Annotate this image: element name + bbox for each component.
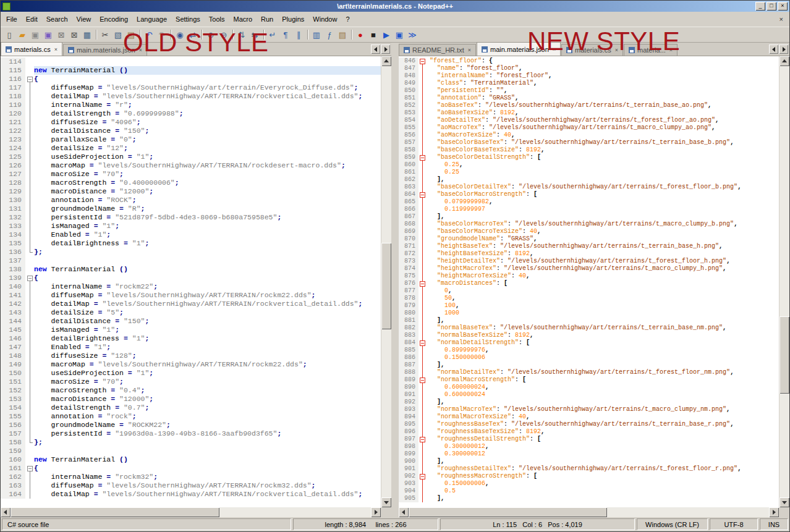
code-line-903[interactable]: 903 0.150000006, (399, 480, 779, 488)
code-line-887[interactable]: 887 ], (399, 361, 779, 369)
scroll-right-icon[interactable] (769, 507, 779, 517)
status-eol-format[interactable]: Windows (CR LF) (637, 518, 708, 530)
code-line-889[interactable]: 889 "normalMacroStrength": [ (399, 376, 779, 384)
scrollbar-thumb[interactable] (11, 507, 219, 517)
code-line-868[interactable]: 868 "baseColorMacroTex": "/levels/southe… (399, 221, 779, 228)
code-line-126[interactable]: 126 macroMap = "levels/SouthernHighway/A… (1, 161, 381, 170)
code-line-890[interactable]: 890 0.600000024, (399, 384, 779, 391)
new-file-icon[interactable]: ▯ (3, 28, 15, 41)
scroll-down-icon[interactable] (779, 497, 789, 507)
menu-macro[interactable]: Macro (229, 13, 257, 25)
code-line-855[interactable]: 855 "aoMacroTex": "/levels/southernhighw… (399, 124, 779, 132)
code-line-124[interactable]: 124 detailSize = "12"; (1, 144, 381, 153)
scroll-right-icon[interactable] (371, 507, 381, 517)
code-line-849[interactable]: 849 "class": "TerrainMaterial", (399, 80, 779, 87)
close-all-icon[interactable]: ⊠ (68, 28, 80, 41)
code-line-874[interactable]: 874 "heightMacroTex": "/levels/southernh… (399, 265, 779, 272)
code-line-846[interactable]: 846 "forest_floor": { (399, 57, 779, 65)
code-line-121[interactable]: 121 diffuseSize = "4096"; (1, 118, 381, 127)
code-line-870[interactable]: 870 "groundmodelName": "GRASS", (399, 235, 779, 243)
folder-as-workspace-icon[interactable]: ▤ (336, 28, 349, 41)
print-icon[interactable]: ▦ (81, 28, 93, 41)
scrollbar-track[interactable] (381, 66, 391, 497)
code-line-858[interactable]: 858 "baseColorBaseTexSize": 8192, (399, 146, 779, 154)
code-line-879[interactable]: 879 100, (399, 302, 779, 310)
menu-file[interactable]: File (2, 13, 22, 25)
tab-close-icon[interactable]: × (468, 47, 471, 53)
code-line-860[interactable]: 860 0.25, (399, 161, 779, 169)
code-line-881[interactable]: 881 ], (399, 317, 779, 324)
code-line-861[interactable]: 861 0.25 (399, 169, 779, 176)
code-line-160[interactable]: 160new TerrainMaterial () (1, 455, 381, 464)
code-line-120[interactable]: 120 detailStrength = "0.699999988"; (1, 109, 381, 118)
menu-tools[interactable]: Tools (205, 13, 229, 25)
scroll-left-icon[interactable] (1, 507, 11, 517)
tab-scroll-right-icon[interactable] (779, 44, 788, 54)
code-line-886[interactable]: 886 0.150000006 (399, 354, 779, 361)
code-line-876[interactable]: 876 "macroDistances": [ (399, 280, 779, 287)
code-line-847[interactable]: 847 "name": "forest_floor", (399, 65, 779, 72)
code-line-905[interactable]: 905 ], (399, 495, 779, 502)
menu-settings[interactable]: Settings (171, 13, 205, 25)
scrollbar-track[interactable] (779, 66, 789, 497)
code-line-899[interactable]: 899 0.300000012 (399, 450, 779, 458)
cut-icon[interactable]: ✂ (99, 28, 111, 41)
code-line-896[interactable]: 896 "roughnessBaseTexSize": 8192, (399, 428, 779, 436)
code-line-115[interactable]: 115new TerrainMaterial () (1, 66, 381, 75)
playback-macro-icon[interactable]: ▶ (380, 28, 393, 41)
code-line-155[interactable]: 155 annotation = "rock"; (1, 412, 381, 421)
tab-materia[interactable]: materia...× (624, 44, 677, 56)
code-line-848[interactable]: 848 "internalName": "forest_floor", (399, 72, 779, 80)
code-line-153[interactable]: 153 macroDistance = "12000"; (1, 395, 381, 403)
code-line-143[interactable]: 143 detailSize = "5"; (1, 308, 381, 317)
code-line-136[interactable]: 136}; (1, 248, 381, 256)
menu-help[interactable]: ? (341, 13, 354, 25)
pane-splitter[interactable] (391, 43, 399, 517)
scroll-down-icon[interactable] (381, 497, 391, 507)
zoom-in-icon[interactable]: ⊕ (205, 28, 217, 41)
menu-search[interactable]: Search (42, 13, 72, 25)
code-line-122[interactable]: 122 detailDistance = "150"; (1, 127, 381, 135)
code-line-877[interactable]: 877 0, (399, 287, 779, 295)
code-line-140[interactable]: 140 internalName = "rockm22"; (1, 282, 381, 291)
code-line-883[interactable]: 883 "normalBaseTexSize": 8192, (399, 332, 779, 339)
right-vertical-scrollbar[interactable] (779, 56, 789, 507)
menu-encoding[interactable]: Encoding (95, 13, 132, 25)
code-line-149[interactable]: 149 macroMap = "levels/SouthernHighway/A… (1, 360, 381, 369)
show-all-characters-icon[interactable]: ¶ (279, 28, 292, 41)
tab-materials-cs[interactable]: materials.cs× (1, 42, 62, 56)
sync-horizontal-scroll-icon[interactable]: ⇆ (248, 28, 261, 41)
fold-toggle-icon[interactable] (418, 280, 426, 287)
code-line-151[interactable]: 151 macroSize = "70"; (1, 378, 381, 386)
code-line-152[interactable]: 152 macroStrength = "0.4"; (1, 386, 381, 395)
tab-scroll-left-icon[interactable] (371, 44, 380, 54)
menu-run[interactable]: Run (257, 13, 278, 25)
code-line-852[interactable]: 852 "aoBaseTex": "/levels/southernhighwa… (399, 102, 779, 109)
code-line-878[interactable]: 878 50, (399, 295, 779, 302)
fold-toggle-icon[interactable] (418, 339, 426, 347)
redo-icon[interactable]: ↷ (156, 28, 168, 41)
save-macro-icon[interactable]: ▣ (393, 28, 406, 41)
code-line-898[interactable]: 898 0.300000012, (399, 443, 779, 450)
fold-toggle-icon[interactable] (418, 57, 426, 65)
menu-language[interactable]: Language (132, 13, 171, 25)
scrollbar-track[interactable] (409, 507, 769, 517)
scroll-up-icon[interactable] (779, 56, 789, 66)
code-line-894[interactable]: 894 "normalMacroTexSize": 40, (399, 413, 779, 421)
word-wrap-icon[interactable]: ↵ (266, 28, 279, 41)
code-line-867[interactable]: 867 ], (399, 213, 779, 221)
function-list-icon[interactable]: ƒ (323, 28, 336, 41)
code-line-135[interactable]: 135 detailBrightness = "1"; (1, 239, 381, 248)
save-all-icon[interactable]: ▣ (42, 28, 54, 41)
code-line-116[interactable]: 116{ (1, 75, 381, 83)
code-line-134[interactable]: 134 Enabled = "1"; (1, 230, 381, 239)
code-line-131[interactable]: 131 groundmodelName = "R"; (1, 205, 381, 213)
code-line-159[interactable]: 159 (1, 447, 381, 455)
code-line-119[interactable]: 119 internalName = "r"; (1, 101, 381, 109)
code-line-891[interactable]: 891 0.600000024 (399, 391, 779, 399)
code-line-875[interactable]: 875 "heightMacroTexSize": 40, (399, 272, 779, 280)
code-line-128[interactable]: 128 macroStrength = "0.400000006"; (1, 179, 381, 187)
tab-scroll-right-icon[interactable] (381, 44, 390, 54)
code-line-892[interactable]: 892 ], (399, 399, 779, 406)
code-line-161[interactable]: 161{ (1, 464, 381, 473)
